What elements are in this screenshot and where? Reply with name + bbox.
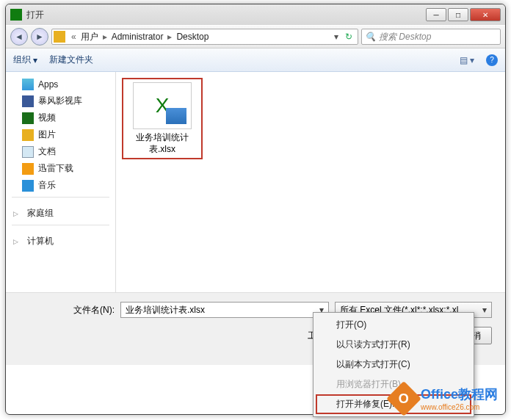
sidebar-item-storm[interactable]: 暴风影视库 [7,93,114,109]
divider [12,197,109,198]
file-name: 业务培训统计表.xlsx [126,132,198,155]
close-button[interactable]: ✕ [470,8,501,21]
organize-button[interactable]: 组织 ▾ [13,54,37,66]
new-folder-button[interactable]: 新建文件夹 [49,54,93,66]
chevron-right-icon: ▸ [164,32,175,42]
sidebar-group-computer[interactable]: ▷计算机 [7,233,114,250]
expand-icon: ▷ [13,210,18,217]
search-icon: 🔍 [365,32,376,42]
menu-item-open[interactable]: 打开(O) [316,315,471,335]
folder-icon [54,31,65,43]
view-options-icon[interactable]: ▤ ▾ [460,55,474,65]
breadcrumb-item[interactable]: Administrator [110,32,165,42]
divider [12,225,109,225]
sidebar-item-music[interactable]: 音乐 [7,177,114,194]
sidebar: Apps 暴风影视库 视频 图片 文档 迅雷下载 音乐 ▷家庭组 ▷计算机 [6,72,116,292]
sidebar-item-documents[interactable]: 文档 [7,143,114,160]
document-icon [22,146,34,158]
breadcrumb-item[interactable]: 用户 [79,31,100,43]
file-list[interactable]: X 业务培训统计表.xlsx [116,72,505,292]
body-area: Apps 暴风影视库 视频 图片 文档 迅雷下载 音乐 ▷家庭组 ▷计算机 X … [6,72,505,292]
music-icon [22,180,34,192]
chevron-down-icon: ▾ [482,305,487,315]
sidebar-item-thunder[interactable]: 迅雷下载 [7,160,114,177]
refresh-icon[interactable]: ↻ [341,32,356,42]
search-input[interactable]: 🔍 搜索 Desktop [361,29,501,45]
forward-button[interactable]: ► [31,28,48,46]
sidebar-item-video[interactable]: 视频 [7,109,114,126]
menu-item-open-readonly[interactable]: 以只读方式打开(R) [316,335,471,355]
maximize-button[interactable]: □ [448,8,468,21]
toolbar: 组织 ▾ 新建文件夹 ▤ ▾ ? [6,48,505,72]
video-icon [22,112,34,124]
storm-icon [22,95,34,107]
chevron-down-icon: ▾ [33,55,37,65]
breadcrumb[interactable]: « 用户 ▸ Administrator ▸ Desktop ▾ ↻ [51,29,358,45]
filename-input[interactable]: 业务培训统计表.xlsx ▾ [120,302,329,318]
apps-icon [22,79,34,90]
breadcrumb-dropdown-icon[interactable]: ▾ [331,32,341,42]
titlebar: 打开 ─ □ ✕ [6,4,505,25]
watermark: O Office教程网 www.office26.com [391,385,498,411]
sidebar-item-pictures[interactable]: 图片 [7,126,114,143]
window-title: 打开 [26,9,426,21]
watermark-url: www.office26.com [421,403,498,411]
sidebar-group-homegroup[interactable]: ▷家庭组 [7,205,114,222]
back-button[interactable]: ◄ [10,28,28,46]
sidebar-item-apps[interactable]: Apps [7,76,114,93]
file-item[interactable]: X 业务培训统计表.xlsx [122,78,203,159]
thunder-icon [22,163,34,175]
expand-icon: ▷ [13,238,18,245]
window-controls: ─ □ ✕ [426,8,501,21]
chevron-right-icon: « [68,32,79,42]
minimize-button[interactable]: ─ [426,8,446,21]
watermark-badge-icon: O [386,380,421,416]
chevron-right-icon: ▸ [100,32,110,42]
excel-file-icon: X [133,82,192,129]
breadcrumb-item[interactable]: Desktop [175,32,210,42]
help-icon[interactable]: ? [486,54,498,66]
filename-label: 文件名(N): [19,304,115,316]
picture-icon [22,129,34,141]
excel-icon [10,9,22,21]
watermark-text: Office教程网 [421,387,498,402]
nav-bar: ◄ ► « 用户 ▸ Administrator ▸ Desktop ▾ ↻ 🔍… [6,25,505,48]
menu-item-open-copy[interactable]: 以副本方式打开(C) [316,355,471,374]
search-placeholder: 搜索 Desktop [379,31,431,43]
